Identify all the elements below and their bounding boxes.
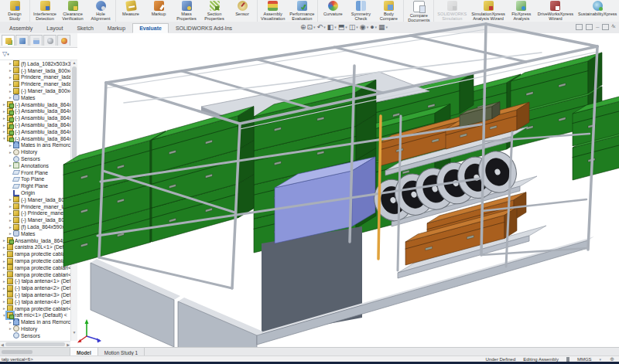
expand-arrow[interactable]: ▸ — [8, 320, 13, 325]
tree-item[interactable]: ▸rampa protectie cablari<5> — [0, 305, 70, 312]
tree-item[interactable]: ▸History — [0, 325, 70, 332]
tree-item[interactable]: ▸Prindere_maner_lada_l — [0, 74, 70, 81]
expand-arrow[interactable]: ▸ — [2, 238, 7, 243]
tree-item[interactable]: ▸(-) talpa antena<3> (Defau — [0, 291, 70, 298]
filter-dropdown-caret[interactable]: ▾ — [7, 52, 9, 56]
tree-item[interactable]: ▸(-) talpa antena<4> (Defau — [0, 298, 70, 305]
tree-item[interactable]: ▸(-) Maner_lada_800x47 — [0, 67, 70, 74]
expand-arrow[interactable]: ▸ — [8, 68, 13, 73]
tree-item[interactable]: ▸rampa protectie cablari<4> — [0, 271, 70, 278]
expand-arrow[interactable]: ▸ — [2, 292, 7, 297]
scroll-thumb[interactable] — [5, 342, 65, 346]
origin-triad[interactable] — [77, 319, 101, 343]
scroll-thumb[interactable] — [72, 66, 77, 159]
collapse-arrow[interactable]: ▾ — [2, 313, 7, 318]
sustainabilityxpress-button[interactable]: SustainabilityXpress — [576, 0, 619, 22]
section-properties-button[interactable]: SectionProperties — [200, 0, 228, 22]
tree-horizontal-scrollbar[interactable]: ◀ ▶ — [0, 341, 70, 347]
tree-item[interactable]: ▸Mates in ans Remorca — [0, 142, 70, 149]
dropdown-caret[interactable]: ▾ — [334, 25, 337, 29]
tree-item[interactable]: ▸Mates — [0, 94, 70, 101]
graphics-area[interactable] — [77, 33, 619, 347]
hide-show-items-icon[interactable]: ◉ — [360, 22, 366, 32]
tree-item[interactable]: ▸canistra 20L<1> (Default) < — [0, 244, 70, 251]
dropdown-caret[interactable]: ▾ — [367, 25, 369, 29]
tree-item[interactable]: ▸rampa protectie cablari<3> — [0, 264, 70, 271]
dropdown-caret[interactable]: ▾ — [356, 25, 358, 29]
panel-tab-dimxpertmanager[interactable] — [43, 35, 56, 46]
display-style-icon[interactable]: ◫ — [349, 22, 356, 32]
tree-item[interactable]: ▸(-) Maner_lada_800x47 — [0, 196, 70, 203]
floxpress-button[interactable]: FloXpressAnalysisWizard — [508, 0, 535, 22]
expand-arrow[interactable]: ▸ — [8, 61, 13, 66]
clearance-verification-button[interactable]: ClearanceVerification — [59, 0, 87, 22]
tree-item[interactable]: ▸Prindere_maner_lada_l — [0, 80, 70, 87]
tree-item[interactable]: ▸(-) Ansamblu_lada_864x59( — [0, 114, 70, 121]
expand-arrow[interactable]: ▸ — [2, 306, 7, 311]
expand-arrow[interactable]: ▸ — [8, 204, 13, 209]
expand-arrow[interactable]: ▸ — [2, 102, 7, 107]
panel-tab-configurationmanager[interactable] — [29, 35, 43, 46]
previous-view-icon[interactable]: ↶ — [317, 22, 323, 32]
expand-arrow[interactable]: ▸ — [8, 75, 13, 80]
tab-markup[interactable]: Markup — [101, 23, 132, 33]
assembly-3d-scene[interactable] — [77, 33, 619, 347]
expand-arrow[interactable]: ▸ — [2, 272, 7, 277]
tree-item[interactable]: ▸Prindere_maner_lada_l — [0, 203, 70, 210]
expand-arrow[interactable]: ▸ — [2, 252, 7, 257]
expand-arrow[interactable]: ▸ — [2, 259, 7, 264]
expand-arrow[interactable]: ▸ — [2, 109, 7, 114]
assembly-visualization-button[interactable]: AssemblyVisualization — [258, 0, 287, 22]
tree-item[interactable]: ▸(-) Ansamblu_lada_864x59( — [0, 108, 70, 115]
view-settings-icon[interactable]: ▦ — [378, 22, 385, 32]
tree-item[interactable]: ▾(-) Ansamblu_lada_864x59( — [0, 135, 70, 142]
expand-arrow[interactable]: ▸ — [8, 143, 13, 148]
tree-item[interactable]: ▸(f) Lada_1082x503x394 — [0, 60, 70, 67]
dropdown-caret[interactable]: ▾ — [323, 25, 326, 29]
edit-appearance-icon[interactable]: ● — [370, 22, 374, 32]
collapse-arrow[interactable]: ▾ — [2, 136, 7, 141]
expand-arrow[interactable]: ▸ — [2, 279, 7, 284]
markup-button[interactable]: Markup — [145, 0, 173, 22]
expand-arrow[interactable]: ▸ — [8, 225, 13, 230]
zoom-area-icon[interactable]: ⊡ — [307, 22, 313, 32]
expand-arrow[interactable]: ▸ — [8, 82, 13, 87]
sensor-button[interactable]: Sensor — [228, 0, 256, 22]
tree-item[interactable]: ▸(-) Ansamblu_lada_864x59( — [0, 121, 70, 128]
dropdown-caret[interactable]: ▾ — [375, 25, 378, 29]
tree-item[interactable]: Origin — [0, 189, 70, 196]
tab-sketch[interactable]: Sketch — [70, 23, 100, 33]
tree-item[interactable]: ▸(-) Prindere_maner_lad — [0, 210, 70, 217]
window-restore[interactable] — [602, 24, 609, 30]
dropdown-caret[interactable]: ▾ — [386, 25, 388, 29]
tree-item[interactable]: ▸Ansamblu_lada_864x590x4 — [0, 237, 70, 244]
tree-item[interactable]: ▸(-) talpa antena<2> (Defau — [0, 284, 70, 291]
green-crates-left[interactable] — [63, 107, 254, 267]
expand-arrow[interactable]: ▸ — [8, 150, 13, 155]
tab-evaluate[interactable]: Evaluate — [132, 23, 169, 33]
body-compare-button[interactable]: BodyCompare — [374, 0, 402, 22]
tab-layout[interactable]: Layout — [39, 23, 70, 33]
zoom-fit-icon[interactable]: ⊕ — [300, 22, 306, 32]
tree-item[interactable]: ▸(-) talpa antena<1> (Defau — [0, 278, 70, 285]
expand-arrow[interactable]: ▸ — [2, 129, 7, 134]
tree-item[interactable]: ▸rampa protectie cablari<2> — [0, 257, 70, 264]
tree-item[interactable]: ▸(-) Ansamblu_lada_864x59( — [0, 101, 70, 108]
tree-item[interactable]: ▾raft mic<1> (Default) < — [0, 311, 70, 318]
window-icon[interactable] — [586, 24, 593, 30]
panel-tab-propertymanager[interactable] — [15, 35, 29, 46]
expand-arrow[interactable]: ▸ — [8, 218, 13, 223]
scroll-right-arrow[interactable]: ▶ — [67, 342, 70, 347]
expand-arrow[interactable]: ▸ — [2, 116, 7, 121]
window-minimize[interactable]: – — [596, 23, 599, 31]
scroll-left-arrow[interactable]: ◀ — [1, 342, 4, 347]
view-orientation-icon[interactable]: ⬒ — [338, 22, 345, 32]
tree-item[interactable]: Top Plane — [0, 176, 70, 183]
compare-documents-button[interactable]: CompareDocuments — [405, 0, 433, 22]
expand-arrow[interactable]: ▸ — [8, 231, 13, 236]
window-close[interactable]: × — [612, 23, 616, 31]
design-study-button[interactable]: DesignStudy▾ — [1, 0, 29, 22]
tree-item[interactable]: ▸Mates — [0, 230, 70, 237]
tree-item[interactable]: Sensors — [0, 332, 70, 339]
dropdown-caret[interactable]: ▾ — [313, 25, 316, 29]
